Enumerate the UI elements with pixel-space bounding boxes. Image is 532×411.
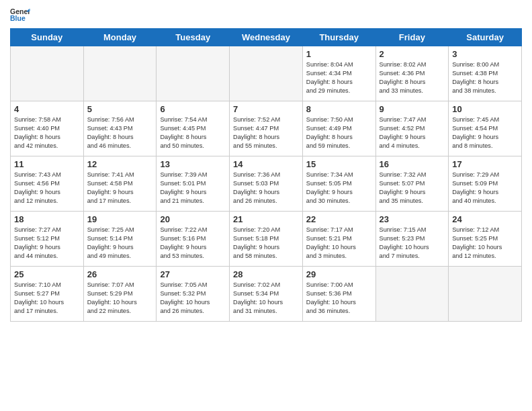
day-info: Sunrise: 7:07 AM Sunset: 5:29 PM Dayligh… <box>87 281 153 316</box>
main-container: General Blue SundayMondayTuesdayWednesda… <box>0 0 532 328</box>
day-info: Sunrise: 7:10 AM Sunset: 5:27 PM Dayligh… <box>14 281 80 316</box>
day-number: 26 <box>87 269 153 279</box>
day-info: Sunrise: 7:29 AM Sunset: 5:09 PM Dayligh… <box>452 171 518 205</box>
day-number: 9 <box>380 104 445 114</box>
calendar-cell: 6Sunrise: 7:54 AM Sunset: 4:45 PM Daylig… <box>157 101 230 156</box>
calendar-cell <box>83 46 157 101</box>
day-number: 1 <box>306 49 372 59</box>
calendar-cell: 13Sunrise: 7:39 AM Sunset: 5:01 PM Dayli… <box>157 156 230 212</box>
calendar-cell: 26Sunrise: 7:07 AM Sunset: 5:29 PM Dayli… <box>83 267 157 322</box>
calendar-cell: 18Sunrise: 7:27 AM Sunset: 5:12 PM Dayli… <box>11 212 84 267</box>
day-number: 13 <box>160 159 226 169</box>
calendar-cell: 29Sunrise: 7:00 AM Sunset: 5:36 PM Dayli… <box>302 267 375 322</box>
header-row: SundayMondayTuesdayWednesdayThursdayFrid… <box>11 29 522 46</box>
week-row-2: 4Sunrise: 7:58 AM Sunset: 4:40 PM Daylig… <box>11 101 522 156</box>
calendar-cell: 2Sunrise: 8:02 AM Sunset: 4:36 PM Daylig… <box>375 46 449 101</box>
calendar-cell: 20Sunrise: 7:22 AM Sunset: 5:16 PM Dayli… <box>157 212 230 267</box>
week-row-3: 11Sunrise: 7:43 AM Sunset: 4:56 PM Dayli… <box>11 156 522 212</box>
calendar-cell: 8Sunrise: 7:50 AM Sunset: 4:49 PM Daylig… <box>302 101 375 156</box>
day-info: Sunrise: 8:04 AM Sunset: 4:34 PM Dayligh… <box>306 60 372 95</box>
day-number: 4 <box>14 104 80 114</box>
calendar-cell <box>449 267 522 322</box>
col-header-sunday: Sunday <box>11 29 84 46</box>
day-info: Sunrise: 7:17 AM Sunset: 5:21 PM Dayligh… <box>306 226 372 261</box>
svg-text:Blue: Blue <box>10 14 26 22</box>
day-info: Sunrise: 7:02 AM Sunset: 5:34 PM Dayligh… <box>233 281 299 316</box>
col-header-friday: Friday <box>375 29 449 46</box>
day-number: 25 <box>14 269 80 279</box>
day-info: Sunrise: 7:05 AM Sunset: 5:32 PM Dayligh… <box>160 281 226 316</box>
calendar-cell: 10Sunrise: 7:45 AM Sunset: 4:54 PM Dayli… <box>449 101 522 156</box>
day-info: Sunrise: 7:43 AM Sunset: 4:56 PM Dayligh… <box>14 171 80 205</box>
calendar-cell: 14Sunrise: 7:36 AM Sunset: 5:03 PM Dayli… <box>230 156 303 212</box>
calendar-cell <box>375 267 449 322</box>
day-info: Sunrise: 7:39 AM Sunset: 5:01 PM Dayligh… <box>160 171 226 205</box>
day-info: Sunrise: 7:50 AM Sunset: 4:49 PM Dayligh… <box>306 116 372 150</box>
col-header-monday: Monday <box>83 29 157 46</box>
day-info: Sunrise: 7:12 AM Sunset: 5:25 PM Dayligh… <box>452 226 518 261</box>
day-number: 23 <box>380 214 445 224</box>
calendar-cell: 23Sunrise: 7:15 AM Sunset: 5:23 PM Dayli… <box>375 212 449 267</box>
day-info: Sunrise: 7:58 AM Sunset: 4:40 PM Dayligh… <box>14 116 80 150</box>
calendar-cell: 22Sunrise: 7:17 AM Sunset: 5:21 PM Dayli… <box>302 212 375 267</box>
day-number: 27 <box>160 269 226 279</box>
day-info: Sunrise: 7:32 AM Sunset: 5:07 PM Dayligh… <box>380 171 445 205</box>
col-header-saturday: Saturday <box>449 29 522 46</box>
calendar-cell: 21Sunrise: 7:20 AM Sunset: 5:18 PM Dayli… <box>230 212 303 267</box>
calendar-cell <box>157 46 230 101</box>
day-number: 14 <box>233 159 299 169</box>
calendar-cell: 24Sunrise: 7:12 AM Sunset: 5:25 PM Dayli… <box>449 212 522 267</box>
calendar-cell: 11Sunrise: 7:43 AM Sunset: 4:56 PM Dayli… <box>11 156 84 212</box>
day-number: 22 <box>306 214 372 224</box>
calendar-cell: 4Sunrise: 7:58 AM Sunset: 4:40 PM Daylig… <box>11 101 84 156</box>
day-number: 21 <box>233 214 299 224</box>
day-number: 12 <box>87 159 153 169</box>
day-number: 11 <box>14 159 80 169</box>
day-number: 3 <box>452 49 518 59</box>
day-number: 2 <box>380 49 445 59</box>
day-number: 19 <box>87 214 153 224</box>
day-number: 17 <box>452 159 518 169</box>
day-info: Sunrise: 7:41 AM Sunset: 4:58 PM Dayligh… <box>87 171 153 205</box>
day-info: Sunrise: 8:02 AM Sunset: 4:36 PM Dayligh… <box>380 60 445 95</box>
day-number: 24 <box>452 214 518 224</box>
day-info: Sunrise: 7:15 AM Sunset: 5:23 PM Dayligh… <box>380 226 445 261</box>
calendar-cell: 15Sunrise: 7:34 AM Sunset: 5:05 PM Dayli… <box>302 156 375 212</box>
day-info: Sunrise: 7:54 AM Sunset: 4:45 PM Dayligh… <box>160 116 226 150</box>
header: General Blue <box>10 7 522 23</box>
day-number: 8 <box>306 104 372 114</box>
calendar-cell <box>230 46 303 101</box>
day-number: 10 <box>452 104 518 114</box>
day-info: Sunrise: 7:27 AM Sunset: 5:12 PM Dayligh… <box>14 226 80 261</box>
day-info: Sunrise: 7:00 AM Sunset: 5:36 PM Dayligh… <box>306 281 372 316</box>
day-number: 28 <box>233 269 299 279</box>
calendar-cell: 17Sunrise: 7:29 AM Sunset: 5:09 PM Dayli… <box>449 156 522 212</box>
day-number: 5 <box>87 104 153 114</box>
week-row-4: 18Sunrise: 7:27 AM Sunset: 5:12 PM Dayli… <box>11 212 522 267</box>
week-row-1: 1Sunrise: 8:04 AM Sunset: 4:34 PM Daylig… <box>11 46 522 101</box>
calendar-cell: 19Sunrise: 7:25 AM Sunset: 5:14 PM Dayli… <box>83 212 157 267</box>
day-number: 6 <box>160 104 226 114</box>
day-number: 29 <box>306 269 372 279</box>
day-info: Sunrise: 7:52 AM Sunset: 4:47 PM Dayligh… <box>233 116 299 150</box>
calendar-cell: 27Sunrise: 7:05 AM Sunset: 5:32 PM Dayli… <box>157 267 230 322</box>
calendar-cell: 5Sunrise: 7:56 AM Sunset: 4:43 PM Daylig… <box>83 101 157 156</box>
day-info: Sunrise: 7:36 AM Sunset: 5:03 PM Dayligh… <box>233 171 299 205</box>
calendar-cell <box>11 46 84 101</box>
day-info: Sunrise: 7:56 AM Sunset: 4:43 PM Dayligh… <box>87 116 153 150</box>
calendar-cell: 12Sunrise: 7:41 AM Sunset: 4:58 PM Dayli… <box>83 156 157 212</box>
day-number: 18 <box>14 214 80 224</box>
col-header-tuesday: Tuesday <box>157 29 230 46</box>
calendar-table: SundayMondayTuesdayWednesdayThursdayFrid… <box>10 28 522 322</box>
day-number: 15 <box>306 159 372 169</box>
logo-icon: General Blue <box>10 7 30 23</box>
day-info: Sunrise: 7:45 AM Sunset: 4:54 PM Dayligh… <box>452 116 518 150</box>
calendar-cell: 28Sunrise: 7:02 AM Sunset: 5:34 PM Dayli… <box>230 267 303 322</box>
week-row-5: 25Sunrise: 7:10 AM Sunset: 5:27 PM Dayli… <box>11 267 522 322</box>
day-number: 20 <box>160 214 226 224</box>
day-number: 7 <box>233 104 299 114</box>
calendar-cell: 16Sunrise: 7:32 AM Sunset: 5:07 PM Dayli… <box>375 156 449 212</box>
day-info: Sunrise: 8:00 AM Sunset: 4:38 PM Dayligh… <box>452 60 518 95</box>
logo: General Blue <box>10 7 30 23</box>
col-header-wednesday: Wednesday <box>230 29 303 46</box>
